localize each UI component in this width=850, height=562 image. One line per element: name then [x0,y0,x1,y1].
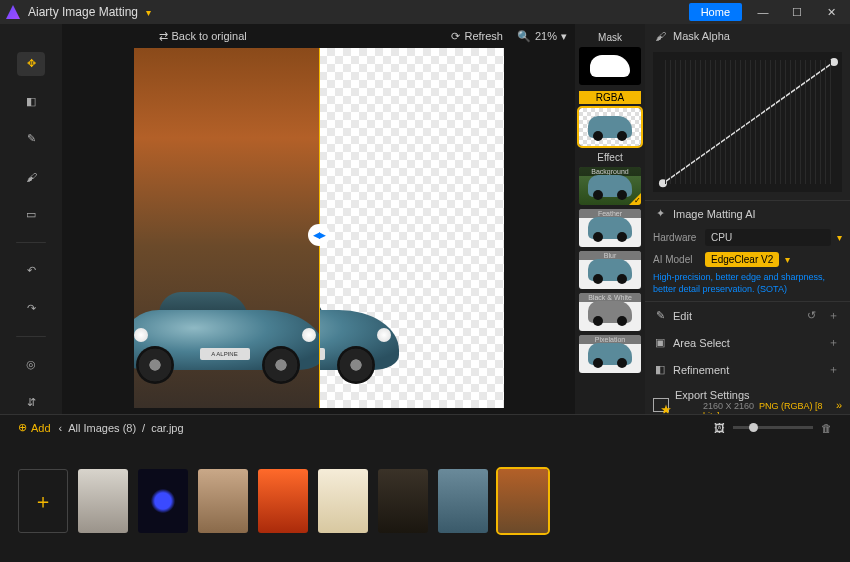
close-button[interactable]: ✕ [818,2,844,22]
app-menu-chevron-icon[interactable]: ▾ [146,7,151,18]
effect-background[interactable]: Background [579,167,641,205]
reset-icon[interactable]: ↺ [804,309,819,322]
tool-move[interactable]: ✥ [17,52,45,76]
tool-pencil[interactable]: ✎ [17,127,45,151]
refresh-icon: ⟳ [451,30,460,43]
separator [16,242,46,243]
expand-icon[interactable]: ＋ [825,362,842,377]
tool-paint-roller[interactable]: ▭ [17,202,45,226]
tool-brush[interactable]: 🖌 [17,165,45,189]
edit-icon: ✎ [653,309,667,322]
export-dims: 2160 X 2160 [703,401,754,411]
alpha-curve-editor[interactable] [653,52,842,192]
add-button[interactable]: ⊕Add [18,421,51,434]
refine-icon: ◧ [653,363,667,376]
chevron-left-icon: ‹ [59,422,63,434]
ai-model-field[interactable]: AI Model EdgeClear V2 ▾ [645,249,850,270]
refine-label: Refinement [673,364,819,376]
expand-icon[interactable]: ＋ [825,335,842,350]
expand-icon[interactable]: ＋ [825,308,842,323]
ai-label: Image Matting AI [673,208,842,220]
filmstrip-thumb-7[interactable] [438,469,488,533]
filmstrip-thumb-6[interactable] [378,469,428,533]
svg-point-1 [659,179,667,187]
effect-bw[interactable]: Black & White [579,293,641,331]
original-pane: A ALPINE [134,48,319,408]
effect-pixelation[interactable]: Pixelation [579,335,641,373]
mask-thumbnail[interactable] [579,47,641,85]
ai-icon: ✦ [653,207,667,220]
edit-label: Edit [673,310,798,322]
home-button[interactable]: Home [689,3,742,21]
refresh-label: Refresh [464,30,503,42]
mask-alpha-label: Mask Alpha [673,30,842,42]
refinement-section[interactable]: ◧Refinement＋ [645,356,850,383]
filmstrip-thumb-2[interactable] [138,469,188,533]
effect-feather[interactable]: Feather [579,209,641,247]
delete-button[interactable]: 🗑 [821,422,832,434]
tool-eraser[interactable]: ◧ [17,90,45,114]
matted-pane: A ALPINE [319,48,504,408]
separator [16,336,46,337]
filmstrip-thumb-5[interactable] [318,469,368,533]
swap-icon: ⇄ [159,30,168,43]
tool-capture[interactable]: ◎ [17,353,45,377]
compare-view[interactable]: A ALPINE A ALPINE ◀ ▶ [134,48,504,408]
thumbnail-icon: 🖼 [714,422,725,434]
filmstrip-thumb-1[interactable] [78,469,128,533]
add-image-tile[interactable]: ＋ [18,469,68,533]
filmstrip-thumb-4[interactable] [258,469,308,533]
viewport: A ALPINE A ALPINE ◀ ▶ [62,48,575,414]
split-handle[interactable]: ◀ ▶ [308,224,330,246]
tool-redo[interactable]: ↷ [17,296,45,320]
zoom-value: 21% [535,30,557,42]
chevron-down-icon: ▾ [561,30,567,43]
maximize-button[interactable]: ☐ [784,2,810,22]
breadcrumb[interactable]: ‹ All Images (8) / car.jpg [59,422,184,434]
edit-section[interactable]: ✎Edit↺＋ [645,302,850,329]
export-icon [653,398,669,412]
hardware-field[interactable]: Hardware CPU ▾ [645,226,850,249]
thumbnail-size-slider[interactable] [733,426,813,429]
ai-header[interactable]: ✦ Image Matting AI [645,201,850,226]
breadcrumb-all: All Images (8) [68,422,136,434]
ai-model-description: High-precision, better edge and sharpnes… [645,270,850,301]
svg-point-2 [830,58,838,66]
svg-line-0 [663,62,834,183]
app-logo [6,5,20,19]
back-label: Back to original [172,30,247,42]
chevron-down-icon: ▾ [785,254,790,265]
chevron-down-icon: ▾ [837,232,842,243]
plus-icon: ⊕ [18,421,27,434]
ai-model-value: EdgeClear V2 [705,252,779,267]
tool-collapse[interactable]: ⇵ [17,390,45,414]
brush-icon: 🖌 [653,30,667,42]
tool-undo[interactable]: ↶ [17,259,45,283]
refresh-button[interactable]: ⟳ Refresh [451,30,503,43]
app-title: Aiarty Image Matting [28,5,138,19]
add-label: Add [31,422,51,434]
area-select-section[interactable]: ▣Area Select＋ [645,329,850,356]
effect-section-label: Effect [579,152,641,163]
minimize-button[interactable]: — [750,2,776,22]
hardware-label: Hardware [653,232,699,243]
rgba-section-label: RGBA [579,91,641,104]
zoom-control[interactable]: 🔍 21% ▾ [517,30,567,43]
breadcrumb-file: car.jpg [151,422,183,434]
filmstrip-thumb-8[interactable] [498,469,548,533]
mask-alpha-header[interactable]: 🖌 Mask Alpha [645,24,850,48]
export-settings-header[interactable]: Export Settings 2160 X 2160 PNG (RGBA) [… [645,383,850,414]
zoom-icon: 🔍 [517,30,531,43]
ai-model-label: AI Model [653,254,699,265]
breadcrumb-sep: / [142,422,145,434]
marquee-icon: ▣ [653,336,667,349]
hardware-value: CPU [705,229,831,246]
mask-section-label: Mask [579,32,641,43]
area-label: Area Select [673,337,819,349]
chevron-down-icon: » [836,399,842,411]
rgba-thumbnail[interactable] [579,108,641,146]
export-title: Export Settings [675,389,830,401]
effect-blur[interactable]: Blur [579,251,641,289]
back-to-original-button[interactable]: ⇄ Back to original [159,30,247,43]
filmstrip-thumb-3[interactable] [198,469,248,533]
